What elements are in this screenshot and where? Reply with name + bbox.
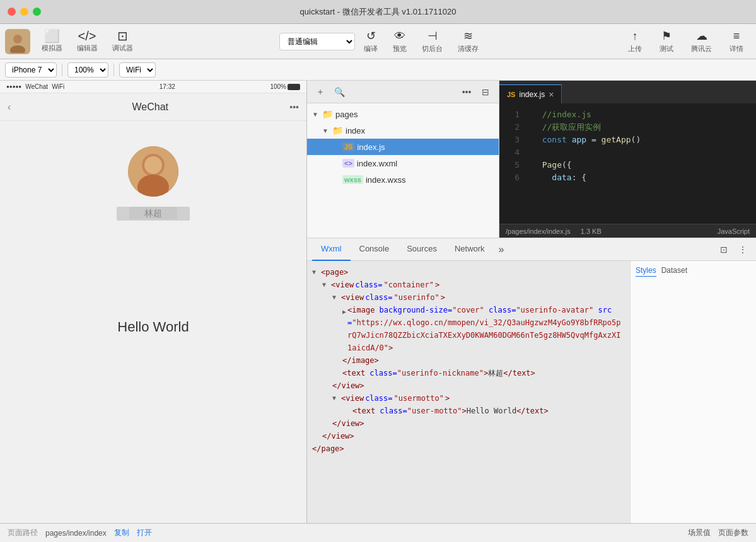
debug-device-icon-btn[interactable]: ⊡ xyxy=(716,241,732,258)
tree-item-index-wxss[interactable]: wxss index.wxss xyxy=(307,171,499,188)
avatar-button[interactable] xyxy=(5,29,30,54)
code-line-4 xyxy=(532,146,748,159)
motto-text-content: Hello World xyxy=(467,407,516,415)
debug-tab-network[interactable]: Network xyxy=(446,238,494,261)
file-panel-toolbar: ＋ 🔍 ••• ⊟ xyxy=(307,81,499,103)
details-button[interactable]: ≡ 详情 xyxy=(722,27,751,56)
debugger-button[interactable]: ⊡ 调试器 xyxy=(106,26,139,57)
index-arrow xyxy=(322,127,330,134)
usermotto-close: > xyxy=(445,392,450,405)
clearcache-button[interactable]: ≋ 清缓存 xyxy=(451,26,485,56)
code-line-3: const app = getApp() xyxy=(532,134,748,146)
network-select[interactable]: WiFi xyxy=(119,62,156,78)
editor-button[interactable]: </> 编辑器 xyxy=(71,26,103,57)
zoom-select[interactable]: 100% xyxy=(67,62,108,78)
more-tabs-button[interactable]: » xyxy=(494,244,509,255)
window-title: quickstart - 微信开发者工具 v1.01.1711020 xyxy=(300,6,457,18)
debug-tab-sources[interactable]: Sources xyxy=(398,238,446,261)
network-tab-label: Network xyxy=(455,244,485,253)
dataset-tab[interactable]: Dataset xyxy=(661,266,687,277)
userinfo-arrow[interactable] xyxy=(332,291,340,304)
tree-item-index-js[interactable]: JS index.js xyxy=(307,139,499,155)
page-params-label[interactable]: 页面参数 xyxy=(718,528,748,538)
back-icon[interactable]: ‹ xyxy=(8,101,11,113)
nav-title: WeChat xyxy=(132,101,169,113)
code-line-2: //获取应用实例 xyxy=(532,121,748,134)
upload-button[interactable]: ↑ 上传 xyxy=(620,27,649,56)
js-file-icon: JS xyxy=(342,142,354,151)
close-button[interactable] xyxy=(8,8,16,16)
path-label: 页面路径 xyxy=(8,528,38,538)
container-tag: <view xyxy=(331,279,354,291)
phone-battery: 100% xyxy=(270,83,300,90)
editor-tabs: JS index.js × xyxy=(499,81,756,103)
debug-tab-wxml[interactable]: Wxml xyxy=(312,238,351,261)
more-dots[interactable]: ••• xyxy=(289,102,299,112)
code-area[interactable]: //index.js //获取应用实例 const app = getApp()… xyxy=(525,103,756,224)
tab-close-button[interactable]: × xyxy=(549,89,554,100)
device-bar: iPhone 7 100% WiFi xyxy=(0,59,756,81)
page-end-tag: </page> xyxy=(312,444,344,453)
xml-line-usermotto: <view class="usermotto"> xyxy=(312,392,625,405)
userinfo-attr: class= xyxy=(365,291,392,304)
device-separator xyxy=(62,64,62,76)
title-bar: quickstart - 微信开发者工具 v1.01.1711020 xyxy=(0,0,756,24)
usermotto-attr: class= xyxy=(365,392,392,405)
index-wxml-label: index.wxml xyxy=(357,159,397,168)
compile-button[interactable]: ↺ 编译 xyxy=(358,26,384,56)
motto-text-attr: class= xyxy=(380,407,407,415)
minimize-button[interactable] xyxy=(20,8,28,16)
userinfo-tag: <view xyxy=(341,291,364,304)
details-icon: ≡ xyxy=(733,30,740,43)
tree-item-index-folder[interactable]: 📁 index xyxy=(307,122,499,139)
more-tabs-icon: » xyxy=(499,244,504,255)
open-link[interactable]: 打开 xyxy=(137,528,152,538)
container-val: "container" xyxy=(383,279,433,291)
upload-icon: ↑ xyxy=(632,30,638,43)
maximize-button[interactable] xyxy=(33,8,41,16)
device-select[interactable]: iPhone 7 xyxy=(5,62,57,78)
debug-tab-console[interactable]: Console xyxy=(351,238,398,261)
tree-item-index-wxml[interactable]: <> index.wxml xyxy=(307,155,499,171)
motto-text-end: </text> xyxy=(516,407,549,415)
more-file-button[interactable]: ••• xyxy=(458,84,475,100)
usermotto-arrow[interactable] xyxy=(332,392,340,405)
userinfo-end-tag: </view> xyxy=(332,381,364,390)
copy-link[interactable]: 复制 xyxy=(114,528,129,538)
debug-content: <page> <view class="container"> <view cl… xyxy=(307,261,756,523)
xml-line-view-container: <view class="container"> xyxy=(312,279,625,291)
right-top: ＋ 🔍 ••• ⊟ 📁 pages xyxy=(307,81,756,238)
editor-content: 1 2 3 4 5 6 //index.js //获取应用实例 const ap… xyxy=(499,103,756,224)
nickname-attr: class= xyxy=(369,369,397,378)
editor-tab-index-js[interactable]: JS index.js × xyxy=(499,84,562,103)
scene-label[interactable]: 场景值 xyxy=(688,528,711,538)
page-arrow[interactable] xyxy=(312,266,320,279)
tree-item-pages[interactable]: 📁 pages xyxy=(307,106,499,122)
debugger-icon: ⊡ xyxy=(117,30,128,42)
compile-label: 编译 xyxy=(364,44,378,54)
cutback-button[interactable]: ⊣ 切后台 xyxy=(416,26,449,56)
index-folder-label: index xyxy=(346,126,365,136)
simulator-button[interactable]: ⬜ 模拟器 xyxy=(35,26,68,57)
tencent-cloud-button[interactable]: ☁ 腾讯云 xyxy=(683,26,719,56)
preview-button[interactable]: 👁 预览 xyxy=(387,27,413,56)
pages-arrow xyxy=(312,111,320,118)
test-button[interactable]: ⚑ 测试 xyxy=(652,26,681,56)
search-file-button[interactable]: 🔍 xyxy=(331,84,347,100)
cutback-icon: ⊣ xyxy=(427,29,438,43)
container-arrow[interactable] xyxy=(322,279,330,291)
line-numbers: 1 2 3 4 5 6 xyxy=(499,103,525,224)
tencent-cloud-label: 腾讯云 xyxy=(691,44,712,54)
file-panel: ＋ 🔍 ••• ⊟ 📁 pages xyxy=(307,81,499,238)
debug-panel: Wxml Console Sources Network » xyxy=(307,238,756,523)
app-wrapper: quickstart - 微信开发者工具 v1.01.1711020 ⬜ 模拟器… xyxy=(0,0,756,542)
collapse-button[interactable]: ⊟ xyxy=(477,84,494,100)
user-avatar xyxy=(128,146,178,197)
preview-icon: 👁 xyxy=(394,30,405,43)
styles-tab[interactable]: Styles xyxy=(636,266,656,277)
image-arrow[interactable] xyxy=(342,306,346,318)
nickname-text: 林超 xyxy=(488,369,503,378)
compile-mode-select[interactable]: 普通编辑 xyxy=(279,33,355,50)
debug-more-btn[interactable]: ⋮ xyxy=(735,241,751,258)
add-file-button[interactable]: ＋ xyxy=(312,84,329,100)
